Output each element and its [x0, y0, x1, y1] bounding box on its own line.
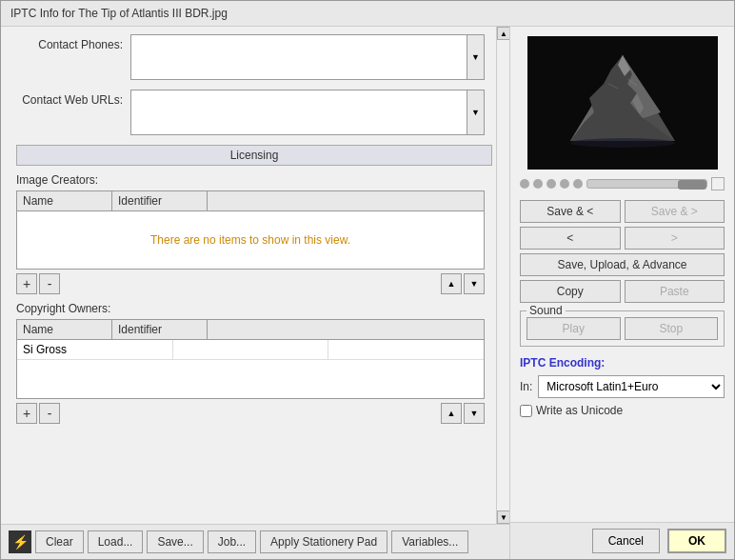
job-button[interactable]: Job...: [208, 530, 256, 553]
iptc-encoding-select[interactable]: Microsoft Latin1+Euro: [538, 375, 725, 398]
lightning-icon: ⚡: [9, 530, 31, 553]
image-creators-header: Name Identifier: [17, 191, 484, 211]
dot-4[interactable]: [560, 179, 569, 189]
dialog-buttons: Cancel OK: [510, 522, 734, 559]
iptc-encoding-label: IPTC Encoding:: [520, 356, 725, 370]
ok-button[interactable]: OK: [667, 529, 726, 553]
remove-image-creator-btn[interactable]: -: [39, 273, 60, 294]
window-title: IPTC Info for The Tip of Atlantis III BD…: [10, 7, 228, 20]
main-window: IPTC Info for The Tip of Atlantis III BD…: [0, 0, 735, 560]
col-extra-1: [208, 191, 484, 210]
slider-thumb[interactable]: [678, 180, 706, 190]
copy-paste-row: Copy Paste: [520, 280, 725, 303]
iptc-encoding-section: IPTC Encoding: In: Microsoft Latin1+Euro…: [520, 356, 725, 417]
copyright-extra-cell: [328, 340, 484, 359]
contact-phones-label: Contact Phones:: [16, 34, 130, 51]
write-as-unicode-label: Write as Unicode: [536, 404, 623, 417]
main-scrollbar[interactable]: ▲ ▼: [496, 27, 509, 524]
bottom-bar: ⚡ Clear Load... Save... Job... Apply Sta…: [1, 524, 509, 559]
licensing-header: Licensing: [16, 145, 492, 166]
paste-button[interactable]: Paste: [625, 280, 725, 303]
sound-group: Sound Play Stop: [520, 310, 725, 347]
scroll-track[interactable]: [497, 40, 509, 510]
save-nav-row: Save & < Save & >: [520, 200, 725, 223]
copyright-owners-controls: + - ▲ ▼: [16, 403, 485, 424]
empty-message: There are no items to show in this view.: [150, 233, 350, 247]
contact-phones-input-container: ▼: [130, 34, 485, 80]
dots-row: [520, 177, 725, 190]
contact-phones-row: Contact Phones: ▼: [16, 34, 492, 80]
sound-label: Sound: [526, 304, 566, 317]
contact-phones-dropdown[interactable]: ▼: [467, 34, 485, 80]
image-creators-controls: + - ▲ ▼: [16, 273, 485, 294]
scroll-down-btn[interactable]: ▼: [497, 510, 509, 524]
dot-5[interactable]: [573, 179, 583, 189]
image-creator-up-btn[interactable]: ▲: [441, 273, 462, 294]
image-creators-table: Name Identifier There are no items to sh…: [16, 190, 485, 270]
main-content: Contact Phones: ▼ Contact Web URLs: ▼: [1, 27, 734, 559]
scroll-up-btn[interactable]: ▲: [497, 27, 509, 40]
contact-web-urls-row: Contact Web URLs: ▼: [16, 90, 492, 135]
image-creators-body: There are no items to show in this view.: [17, 211, 484, 269]
copyright-name-cell: Si Gross: [17, 340, 173, 359]
image-creator-down-btn[interactable]: ▼: [464, 273, 485, 294]
copyright-owners-label: Copyright Owners:: [16, 302, 492, 315]
slider-track[interactable]: [586, 179, 707, 189]
iptc-row: In: Microsoft Latin1+Euro: [520, 375, 725, 398]
dot-3[interactable]: [546, 179, 556, 189]
save-prev-button[interactable]: Save & <: [520, 200, 621, 223]
contact-phones-input[interactable]: [130, 34, 467, 80]
save-upload-advance-button[interactable]: Save, Upload, & Advance: [520, 253, 725, 276]
contact-web-urls-input-container: ▼: [130, 90, 485, 135]
col-extra-2: [208, 320, 484, 339]
save-button[interactable]: Save...: [147, 530, 203, 553]
clear-button[interactable]: Clear: [35, 530, 84, 553]
right-panel: Save & < Save & > < > Save, Upload, & Ad…: [510, 27, 734, 559]
nav-row: < >: [520, 227, 725, 250]
unicode-checkbox-row: Write as Unicode: [520, 404, 725, 417]
cancel-button[interactable]: Cancel: [592, 529, 660, 553]
variables-button[interactable]: Variables...: [391, 530, 468, 553]
copyright-owner-down-btn[interactable]: ▼: [464, 403, 485, 424]
dot-2[interactable]: [533, 179, 543, 189]
col-name-1: Name: [17, 191, 112, 210]
save-next-button[interactable]: Save & >: [625, 200, 725, 223]
iptc-in-label: In:: [520, 380, 532, 393]
contact-web-urls-label: Contact Web URLs:: [16, 90, 130, 107]
col-identifier-1: Identifier: [112, 191, 208, 210]
write-as-unicode-checkbox[interactable]: [520, 405, 532, 417]
dots-square[interactable]: [711, 177, 725, 190]
copy-button[interactable]: Copy: [520, 280, 621, 303]
preview-svg: [527, 36, 718, 170]
next-button[interactable]: >: [625, 227, 725, 250]
sound-buttons-row: Play Stop: [526, 317, 718, 340]
copyright-owner-up-btn[interactable]: ▲: [441, 403, 462, 424]
play-button[interactable]: Play: [526, 317, 621, 340]
svg-point-6: [570, 138, 675, 148]
left-panel: Contact Phones: ▼ Contact Web URLs: ▼: [1, 27, 510, 559]
load-button[interactable]: Load...: [88, 530, 144, 553]
col-identifier-2: Identifier: [112, 320, 208, 339]
copyright-owners-header: Name Identifier: [17, 320, 484, 340]
contact-web-urls-input[interactable]: [130, 90, 467, 135]
prev-button[interactable]: <: [520, 227, 621, 250]
contact-web-urls-dropdown[interactable]: ▼: [467, 90, 485, 135]
copyright-owners-table: Name Identifier Si Gross: [16, 319, 485, 399]
title-bar: IPTC Info for The Tip of Atlantis III BD…: [1, 1, 734, 27]
remove-copyright-owner-btn[interactable]: -: [39, 403, 60, 424]
stop-button[interactable]: Stop: [625, 317, 719, 340]
add-image-creator-btn[interactable]: +: [16, 273, 37, 294]
col-name-2: Name: [17, 320, 112, 339]
dot-1[interactable]: [520, 179, 529, 189]
scroll-area[interactable]: Contact Phones: ▼ Contact Web URLs: ▼: [1, 27, 496, 524]
add-copyright-owner-btn[interactable]: +: [16, 403, 37, 424]
copyright-row[interactable]: Si Gross: [17, 340, 484, 360]
preview-image: [527, 36, 718, 170]
apply-stationery-button[interactable]: Apply Stationery Pad: [260, 530, 387, 553]
copyright-id-cell: [173, 340, 329, 359]
action-buttons: Save & < Save & > < > Save, Upload, & Ad…: [520, 200, 725, 303]
image-creators-label: Image Creators:: [16, 173, 492, 187]
